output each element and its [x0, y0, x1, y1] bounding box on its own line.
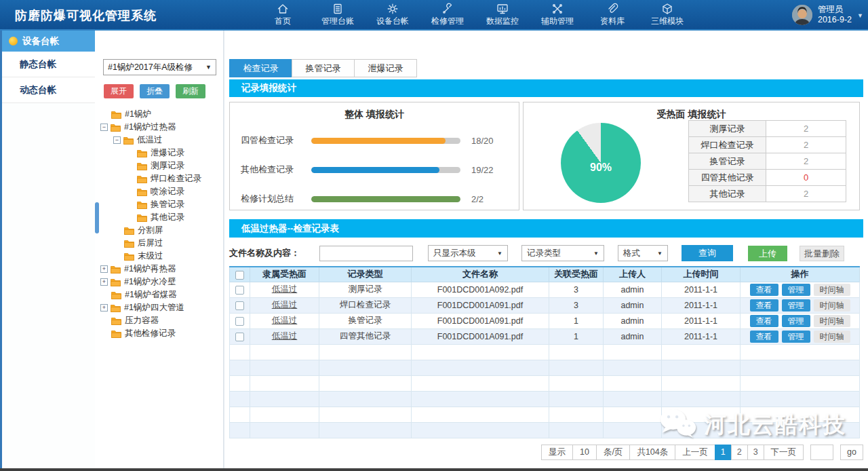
- timeline-button[interactable]: 时间轴: [814, 299, 850, 312]
- timeline-button[interactable]: 时间轴: [814, 331, 850, 343]
- tree-toggle-plus-icon[interactable]: +: [100, 304, 108, 312]
- user-dropdown-caret[interactable]: ▼: [857, 12, 863, 19]
- filter-select-2[interactable]: 记录类型▼: [521, 245, 604, 261]
- tree-node[interactable]: 泄爆记录: [95, 147, 223, 159]
- surface-link[interactable]: 低温过: [272, 284, 298, 294]
- tree-toggle-plus-icon[interactable]: +: [100, 278, 108, 286]
- tree-collapse-button[interactable]: 折叠: [140, 84, 170, 98]
- nav-item-monitor[interactable]: 数据监控: [483, 2, 522, 27]
- manage-button[interactable]: 管理: [782, 284, 810, 296]
- empty-cell: [549, 407, 604, 422]
- nav-label: 管理台账: [318, 16, 357, 27]
- tree-refresh-button[interactable]: 刷新: [176, 84, 205, 98]
- tree-node[interactable]: #1锅炉省煤器: [95, 288, 223, 301]
- manage-button[interactable]: 管理: [782, 315, 810, 327]
- nav-item-repair[interactable]: 检修管理: [428, 2, 467, 27]
- nav-item-assist[interactable]: 辅助管理: [538, 2, 577, 27]
- search-button[interactable]: 查询: [682, 245, 733, 261]
- stat-bar-label: 检修计划总结: [241, 193, 311, 205]
- tree-node[interactable]: #1锅炉: [95, 108, 223, 121]
- empty-table-row: [230, 344, 860, 360]
- sidebar-item-1[interactable]: 静态台帐: [2, 52, 95, 77]
- tree-node[interactable]: +#1锅炉水冷壁: [95, 276, 223, 288]
- next-page-button[interactable]: 下一页: [764, 445, 804, 460]
- nav-item-cube[interactable]: 三维模块: [648, 2, 687, 27]
- tree-expand-button[interactable]: 展开: [104, 84, 134, 98]
- manage-button[interactable]: 管理: [782, 299, 810, 312]
- go-button[interactable]: go: [840, 445, 863, 460]
- tree-node[interactable]: 后屏过: [95, 237, 223, 250]
- page-jump-input[interactable]: [810, 445, 833, 460]
- sidebar-item-2[interactable]: 动态台帐: [2, 77, 95, 103]
- prev-page-button[interactable]: 上一页: [675, 445, 715, 460]
- tree-node[interactable]: 焊口检查记录: [95, 172, 223, 185]
- project-select[interactable]: #1锅炉2017年A级检修 ▼: [103, 59, 216, 75]
- tree-node-label: 焊口检查记录: [151, 173, 201, 185]
- tree-toggle-plus-icon[interactable]: +: [100, 265, 108, 273]
- timeline-button[interactable]: 时间轴: [814, 315, 850, 327]
- timeline-button[interactable]: 时间轴: [814, 284, 850, 296]
- row-checkbox[interactable]: [235, 333, 244, 341]
- surface-link[interactable]: 低温过: [272, 316, 298, 325]
- tree-node[interactable]: 压力容器: [95, 314, 223, 327]
- row-checkbox[interactable]: [235, 317, 244, 326]
- tree-node[interactable]: 换管记录: [95, 198, 223, 211]
- linked-count-cell: 1: [549, 328, 604, 344]
- file-name-input[interactable]: [319, 246, 413, 261]
- tree-node[interactable]: −#1锅炉过热器: [95, 121, 223, 134]
- sidebar-header-device-ledger[interactable]: 设备台帐: [2, 31, 95, 52]
- page-number-3[interactable]: 3: [747, 445, 764, 460]
- empty-cell: [250, 375, 319, 391]
- tab-2[interactable]: 换管记录: [292, 59, 355, 77]
- tab-1[interactable]: 检查记录: [229, 59, 292, 77]
- tree-node-label: #1锅炉省煤器: [125, 289, 176, 301]
- row-checkbox[interactable]: [235, 301, 244, 310]
- tree-buttons: 展开折叠刷新: [104, 84, 223, 98]
- select-all-checkbox[interactable]: [235, 271, 244, 280]
- ledger-icon: [318, 2, 357, 16]
- tree-node[interactable]: 其他检修记录: [95, 327, 223, 340]
- filter-select-3[interactable]: 格式▼: [618, 245, 668, 261]
- tree-node[interactable]: +#1锅炉再热器: [95, 263, 223, 276]
- filter-bar: 文件名称及内容： 只显示本级▼记录类型▼格式▼ 查询 上传 批量删除: [229, 244, 863, 262]
- tree-node[interactable]: 测厚记录: [95, 159, 223, 172]
- column-header: 上传时间: [662, 267, 741, 282]
- tree-node[interactable]: −低温过: [95, 134, 223, 147]
- surface-link[interactable]: 低温过: [272, 300, 298, 309]
- surface-link[interactable]: 低温过: [272, 331, 298, 341]
- tree-toggle-minus-icon[interactable]: −: [100, 124, 108, 131]
- nav-item-home[interactable]: 首页: [263, 2, 302, 27]
- tree-node-label: 测厚记录: [151, 160, 184, 172]
- nav-item-ledger[interactable]: 管理台账: [318, 2, 357, 27]
- upload-button[interactable]: 上传: [748, 246, 787, 261]
- page-size-value[interactable]: 10: [572, 445, 597, 460]
- view-button[interactable]: 查看: [750, 299, 778, 312]
- page-display-label: 显示: [541, 445, 573, 460]
- tree-node[interactable]: 分割屏: [95, 224, 223, 237]
- tree-node[interactable]: 喷涂记录: [95, 185, 223, 198]
- row-checkbox[interactable]: [235, 286, 244, 295]
- nav-item-device[interactable]: 设备台帐: [373, 2, 412, 27]
- linked-count-cell: 3: [549, 297, 604, 313]
- empty-cell: [230, 375, 250, 391]
- nav-item-library[interactable]: 资料库: [593, 2, 632, 27]
- user-box[interactable]: 管理员 2016-9-2: [792, 5, 852, 25]
- view-button[interactable]: 查看: [750, 331, 778, 343]
- view-button[interactable]: 查看: [750, 315, 778, 327]
- stat-bar-fill: [311, 167, 439, 173]
- tree-toggle-minus-icon[interactable]: −: [113, 136, 121, 144]
- tab-3[interactable]: 泄爆记录: [354, 59, 417, 77]
- table-row: 低温过四管其他记录F001DCD001A091.pdf1admin2011-1-…: [230, 328, 860, 344]
- page-number-2[interactable]: 2: [731, 445, 748, 460]
- tree-node[interactable]: 其他记录: [95, 211, 223, 224]
- tree-node[interactable]: +#1锅炉四大管道: [95, 301, 223, 314]
- page-number-1[interactable]: 1: [715, 445, 732, 460]
- chevron-down-icon: ▼: [205, 64, 212, 71]
- folder-icon: [137, 214, 147, 222]
- manage-button[interactable]: 管理: [782, 331, 810, 343]
- batch-delete-button[interactable]: 批量删除: [800, 246, 844, 261]
- view-button[interactable]: 查看: [750, 284, 778, 296]
- filter-select-1[interactable]: 只显示本级▼: [428, 245, 508, 261]
- tree-scrollbar-thumb[interactable]: [95, 202, 99, 233]
- tree-node[interactable]: 末级过: [95, 250, 223, 263]
